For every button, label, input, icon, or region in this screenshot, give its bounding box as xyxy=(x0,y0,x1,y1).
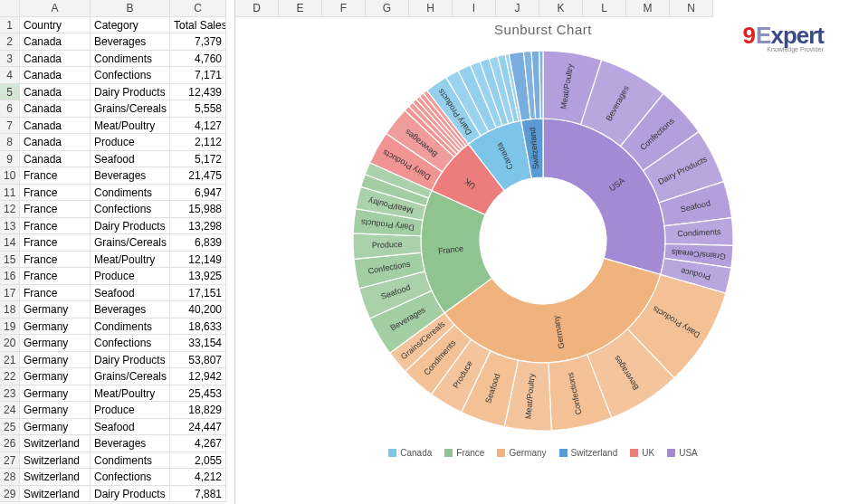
cell-category[interactable]: Condiments xyxy=(91,51,170,68)
cell-category[interactable]: Seafood xyxy=(91,419,170,436)
sunburst-chart[interactable]: USAMeat/PoultryBeveragesConfectionsDairy… xyxy=(290,37,797,444)
row-header[interactable]: 21 xyxy=(0,352,20,369)
cell-country[interactable]: Germany xyxy=(20,402,91,419)
cell-sales[interactable]: 13,298 xyxy=(170,218,226,235)
row-header[interactable]: 19 xyxy=(0,319,20,336)
col-header-A[interactable]: A xyxy=(20,0,91,17)
cell-category[interactable]: Beverages xyxy=(91,167,170,185)
cell-sales[interactable]: 2,112 xyxy=(170,134,226,151)
cell-sales[interactable]: 17,151 xyxy=(170,285,226,302)
col-header-B[interactable]: B xyxy=(91,0,170,17)
row-header[interactable]: 1 xyxy=(0,17,20,34)
row-header[interactable]: 11 xyxy=(0,185,20,202)
row-header[interactable]: 4 xyxy=(0,67,20,84)
cell-category[interactable]: Dairy Products xyxy=(91,352,170,369)
legend-item[interactable]: UK xyxy=(630,448,654,458)
col-header-N[interactable]: N xyxy=(670,0,713,17)
cell-country[interactable]: France xyxy=(20,252,91,269)
col-header-F[interactable]: F xyxy=(322,0,366,17)
cell-category[interactable]: Meat/Poultry xyxy=(91,118,170,135)
cell-country[interactable]: France xyxy=(20,234,91,252)
cell-sales[interactable]: 5,558 xyxy=(170,100,226,118)
cell-sales[interactable]: 25,453 xyxy=(170,385,226,403)
row-header[interactable]: 25 xyxy=(0,419,20,436)
cell-sales[interactable]: 2,055 xyxy=(170,452,226,470)
cell-sales[interactable]: 6,947 xyxy=(170,185,226,202)
cell-sales[interactable]: 33,154 xyxy=(170,335,226,352)
legend-item[interactable]: Switzerland xyxy=(559,448,618,458)
cell-sales[interactable]: 4,267 xyxy=(170,435,226,452)
row-header[interactable]: 17 xyxy=(0,285,20,302)
cell-country[interactable]: Canada xyxy=(20,134,91,151)
cell-country[interactable]: Canada xyxy=(20,51,91,68)
row-header[interactable]: 5 xyxy=(0,84,20,101)
col-header-C[interactable]: C xyxy=(170,0,226,17)
row-header[interactable]: 10 xyxy=(0,167,20,185)
cell-country[interactable]: Germany xyxy=(20,385,91,403)
row-header[interactable]: 26 xyxy=(0,435,20,452)
cell-sales[interactable]: 4,212 xyxy=(170,469,226,486)
cell-category[interactable]: Produce xyxy=(91,268,170,285)
cell-sales[interactable]: 12,942 xyxy=(170,368,226,385)
row-header[interactable]: 2 xyxy=(0,33,20,51)
cell-category[interactable]: Beverages xyxy=(91,435,170,452)
row-header[interactable]: 16 xyxy=(0,268,20,285)
cell-category[interactable]: Produce xyxy=(91,134,170,151)
col-header-G[interactable]: G xyxy=(366,0,409,17)
cell-sales[interactable]: 53,807 xyxy=(170,352,226,369)
cell-country[interactable]: France xyxy=(20,201,91,218)
row-header[interactable]: 15 xyxy=(0,252,20,269)
cell-category[interactable]: Grains/Cereals xyxy=(91,368,170,385)
col-header-K[interactable]: K xyxy=(539,0,583,17)
col-header-H[interactable]: H xyxy=(409,0,453,17)
select-all-corner[interactable] xyxy=(0,0,20,17)
cell-category[interactable]: Grains/Cereals xyxy=(91,234,170,252)
cell-country[interactable]: France xyxy=(20,167,91,185)
cell-category[interactable]: Confections xyxy=(91,469,170,486)
cell-country[interactable]: France xyxy=(20,185,91,202)
cell-country[interactable]: France xyxy=(20,285,91,302)
cell-country[interactable]: Country xyxy=(20,17,91,34)
cell-category[interactable]: Grains/Cereals xyxy=(91,100,170,118)
row-header[interactable]: 20 xyxy=(0,335,20,352)
cell-sales[interactable]: 18,829 xyxy=(170,402,226,419)
cell-country[interactable]: Canada xyxy=(20,151,91,168)
cell-category[interactable]: Dairy Products xyxy=(91,218,170,235)
cell-country[interactable]: Canada xyxy=(20,84,91,101)
cell-category[interactable]: Seafood xyxy=(91,285,170,302)
row-header[interactable]: 28 xyxy=(0,469,20,486)
cell-country[interactable]: Germany xyxy=(20,419,91,436)
row-header[interactable]: 9 xyxy=(0,151,20,168)
cell-sales[interactable]: 15,988 xyxy=(170,201,226,218)
row-header[interactable]: 29 xyxy=(0,486,20,503)
cell-sales[interactable]: Total Sales xyxy=(170,17,226,34)
row-header[interactable]: 8 xyxy=(0,134,20,151)
cell-sales[interactable]: 7,379 xyxy=(170,33,226,51)
cell-sales[interactable]: 5,172 xyxy=(170,151,226,168)
cell-country[interactable]: Switzerland xyxy=(20,486,91,503)
row-header[interactable]: 7 xyxy=(0,118,20,135)
row-header[interactable]: 3 xyxy=(0,51,20,68)
cell-sales[interactable]: 13,925 xyxy=(170,268,226,285)
cell-country[interactable]: Germany xyxy=(20,352,91,369)
cell-category[interactable]: Seafood xyxy=(91,151,170,168)
cell-category[interactable]: Confections xyxy=(91,67,170,84)
legend-item[interactable]: France xyxy=(444,448,484,458)
col-header-I[interactable]: I xyxy=(453,0,496,17)
cell-category[interactable]: Condiments xyxy=(91,185,170,202)
cell-category[interactable]: Beverages xyxy=(91,33,170,51)
cell-country[interactable]: Switzerland xyxy=(20,452,91,470)
cell-sales[interactable]: 4,127 xyxy=(170,118,226,135)
cell-country[interactable]: Germany xyxy=(20,335,91,352)
cell-category[interactable]: Meat/Poultry xyxy=(91,252,170,269)
cell-category[interactable]: Beverages xyxy=(91,301,170,319)
row-header[interactable]: 14 xyxy=(0,234,20,252)
cell-country[interactable]: Germany xyxy=(20,368,91,385)
cell-country[interactable]: France xyxy=(20,218,91,235)
cell-country[interactable]: Canada xyxy=(20,67,91,84)
col-header-J[interactable]: J xyxy=(496,0,539,17)
legend-item[interactable]: USA xyxy=(667,448,698,458)
cell-country[interactable]: Germany xyxy=(20,301,91,319)
cell-sales[interactable]: 24,447 xyxy=(170,419,226,436)
row-header[interactable]: 12 xyxy=(0,201,20,218)
